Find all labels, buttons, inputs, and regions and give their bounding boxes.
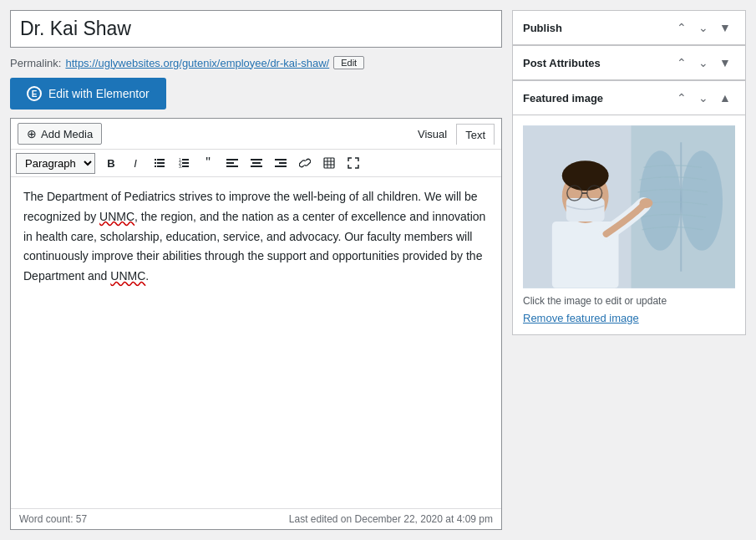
format-select[interactable]: Paragraph: [16, 153, 95, 174]
publish-panel-title: Publish: [523, 22, 562, 34]
svg-rect-21: [324, 158, 334, 168]
svg-point-33: [562, 160, 609, 191]
featured-image-panel-controls: ⌃ ⌄ ▲: [672, 88, 735, 108]
fullscreen-button[interactable]: [342, 152, 365, 174]
publish-panel-up-button[interactable]: ⌃: [672, 18, 692, 38]
featured-image-collapse-button[interactable]: ▲: [715, 88, 735, 108]
publish-panel-toggle-button[interactable]: ▼: [715, 18, 735, 38]
featured-image-down-button[interactable]: ⌄: [693, 88, 713, 108]
post-attributes-down-button[interactable]: ⌄: [693, 53, 713, 73]
featured-image-thumbnail[interactable]: [523, 125, 735, 288]
link-button[interactable]: [293, 152, 317, 174]
unordered-list-button[interactable]: [148, 152, 171, 174]
svg-rect-5: [157, 166, 165, 167]
italic-button[interactable]: I: [124, 152, 147, 174]
permalink-url[interactable]: https://uglywebsites.org/gutenix/employe…: [65, 57, 329, 69]
svg-rect-7: [182, 159, 189, 160]
svg-rect-18: [275, 159, 287, 160]
svg-rect-19: [279, 162, 287, 164]
permalink-edit-button[interactable]: Edit: [333, 56, 364, 69]
editor-body[interactable]: The Department of Pediatrics strives to …: [11, 177, 501, 508]
post-title-input[interactable]: Dr. Kai Shaw: [10, 10, 502, 48]
elementor-button-label: Edit with Elementor: [48, 87, 150, 100]
featured-image-panel-header: Featured image ⌃ ⌄ ▲: [513, 81, 745, 115]
svg-rect-16: [252, 162, 261, 164]
align-center-button[interactable]: [245, 152, 268, 174]
permalink-bar: Permalink: https://uglywebsites.org/gute…: [10, 56, 502, 69]
svg-rect-14: [226, 166, 238, 167]
svg-rect-20: [275, 166, 287, 167]
spell-check-unmc2: UNMC: [110, 269, 145, 283]
featured-image-body: Click the image to edit or update Remove…: [513, 115, 745, 334]
format-toolbar: Paragraph B I 1.2.3. ": [11, 150, 501, 177]
tab-text[interactable]: Text: [456, 124, 495, 145]
add-media-icon: ⊕: [27, 127, 37, 140]
table-button[interactable]: [317, 152, 341, 174]
post-attributes-panel-header: Post Attributes ⌃ ⌄ ▼: [513, 46, 745, 80]
featured-image-panel: Featured image ⌃ ⌄ ▲: [512, 81, 746, 335]
bold-button[interactable]: B: [99, 152, 123, 174]
align-left-button[interactable]: [221, 152, 244, 174]
svg-rect-11: [182, 166, 189, 167]
svg-rect-9: [182, 162, 189, 164]
add-media-label: Add Media: [41, 128, 93, 140]
sidebar: Publish ⌃ ⌄ ▼ Post Attributes ⌃ ⌄ ▼: [512, 10, 746, 530]
spell-check-unmc1: UNMC: [99, 210, 134, 223]
svg-rect-12: [226, 159, 238, 160]
svg-point-38: [639, 198, 652, 208]
featured-image-panel-title: Featured image: [523, 92, 603, 104]
svg-rect-0: [155, 159, 156, 160]
tab-visual[interactable]: Visual: [408, 124, 456, 144]
svg-rect-4: [155, 166, 156, 167]
post-attributes-panel-controls: ⌃ ⌄ ▼: [672, 53, 735, 73]
featured-image-edit-hint: Click the image to edit or update: [523, 295, 735, 307]
editor-wrapper: ⊕ Add Media Visual Text Paragraph B I: [10, 118, 502, 530]
last-edited: Last edited on December 22, 2020 at 4:09…: [289, 513, 493, 525]
post-attributes-up-button[interactable]: ⌃: [672, 53, 692, 73]
post-attributes-panel-title: Post Attributes: [523, 57, 601, 69]
svg-rect-15: [251, 159, 262, 160]
permalink-label: Permalink:: [10, 57, 61, 69]
svg-text:3.: 3.: [179, 164, 182, 169]
svg-rect-17: [251, 166, 262, 167]
publish-panel-down-button[interactable]: ⌄: [693, 18, 713, 38]
add-media-button[interactable]: ⊕ Add Media: [18, 123, 102, 145]
elementor-icon: E: [27, 86, 42, 101]
ordered-list-button[interactable]: 1.2.3.: [172, 152, 195, 174]
svg-rect-1: [157, 159, 165, 160]
post-attributes-toggle-button[interactable]: ▼: [715, 53, 735, 73]
edit-with-elementor-button[interactable]: E Edit with Elementor: [10, 78, 166, 110]
remove-featured-image-button[interactable]: Remove featured image: [523, 312, 639, 324]
blockquote-button[interactable]: ": [196, 152, 220, 174]
publish-panel: Publish ⌃ ⌄ ▼: [512, 10, 746, 46]
svg-rect-3: [157, 162, 165, 164]
svg-rect-2: [155, 162, 156, 164]
featured-image-up-button[interactable]: ⌃: [672, 88, 692, 108]
align-right-button[interactable]: [269, 152, 292, 174]
word-count: Word count: 57: [19, 513, 87, 525]
publish-panel-header: Publish ⌃ ⌄ ▼: [513, 11, 745, 45]
post-attributes-panel: Post Attributes ⌃ ⌄ ▼: [512, 46, 746, 81]
svg-rect-13: [226, 162, 234, 164]
publish-panel-controls: ⌃ ⌄ ▼: [672, 18, 735, 38]
editor-footer: Word count: 57 Last edited on December 2…: [11, 508, 501, 529]
